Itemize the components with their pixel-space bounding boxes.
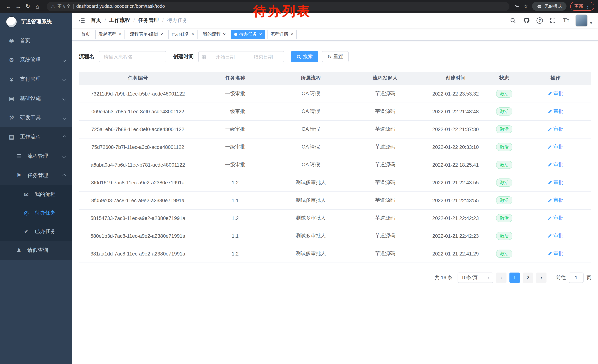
- key-icon[interactable]: [514, 3, 520, 9]
- tab-home[interactable]: 首页: [78, 29, 93, 39]
- bookmark-star-icon[interactable]: ☆: [523, 3, 528, 10]
- sidebar-item-leave-query[interactable]: ♟ 请假查询: [0, 241, 72, 260]
- date-range-picker[interactable]: ▦ -: [198, 51, 284, 62]
- approve-link[interactable]: 审批: [548, 179, 563, 186]
- sidebar-item-home[interactable]: ◉ 首页: [0, 31, 72, 50]
- cell-process: 测试多审批人: [274, 245, 348, 263]
- start-date-input[interactable]: [208, 54, 243, 59]
- menu-label: 请假查询: [27, 247, 48, 254]
- sidebar-item-dev-tools[interactable]: ⚒ 研发工具: [0, 108, 72, 127]
- cell-process: 测试多审批人: [274, 209, 348, 227]
- sidebar-item-infrastructure[interactable]: ▣ 基础设施: [0, 89, 72, 108]
- chevron-up-icon: [62, 174, 66, 177]
- tab-process-form-edit[interactable]: 流程表单-编辑 ×: [126, 29, 166, 39]
- incognito-label: 无痕模式: [544, 3, 562, 9]
- home-button[interactable]: ⌂: [33, 1, 42, 11]
- close-icon[interactable]: ×: [223, 32, 226, 37]
- menu-label: 系统管理: [20, 57, 41, 63]
- page-size-select[interactable]: 10条/页 ▾: [457, 272, 493, 283]
- back-button[interactable]: ←: [4, 1, 13, 11]
- tab-initiate-process[interactable]: 发起流程 ×: [95, 29, 125, 39]
- status-badge: 激活: [496, 178, 512, 187]
- breadcrumb-home[interactable]: 首页: [91, 17, 101, 24]
- sidebar-item-workflow[interactable]: ▤ 工作流程: [0, 127, 72, 147]
- close-icon[interactable]: ×: [191, 32, 194, 37]
- close-icon[interactable]: ×: [160, 32, 163, 37]
- approve-link[interactable]: 审批: [548, 144, 563, 150]
- eye-icon: ◎: [22, 210, 30, 216]
- sidebar-item-done-tasks[interactable]: ✔ 已办任务: [0, 222, 72, 241]
- update-button[interactable]: 更新 ⋮: [570, 2, 594, 11]
- github-icon[interactable]: [523, 17, 530, 24]
- sidebar-item-my-processes[interactable]: ✉ 我的流程: [0, 185, 72, 204]
- table-row: 73211d9d-7b9b-11ec-b5b7-acde48001122 一级审…: [79, 85, 591, 103]
- tab-done-tasks[interactable]: 已办任务 ×: [168, 29, 198, 39]
- sidebar-toggle-icon[interactable]: [78, 17, 85, 24]
- address-bar[interactable]: ⚠ 不安全 dashboard.yudao.iocoder.cn/bpm/tas…: [47, 2, 509, 11]
- top-navbar: 首页 / 工作流程 / 任务管理 / 待办任务 ?: [72, 13, 598, 28]
- forward-button[interactable]: →: [13, 1, 23, 11]
- page-1-button[interactable]: 1: [509, 272, 520, 283]
- close-icon[interactable]: ×: [259, 32, 262, 37]
- sidebar-item-todo-tasks[interactable]: ◎ 待办任务: [0, 204, 72, 222]
- sidebar-item-task-management[interactable]: ⚑ 任务管理: [0, 166, 72, 185]
- chevron-down-icon: [62, 58, 66, 62]
- reset-button[interactable]: ↻ 重置: [322, 51, 349, 62]
- tab-my-processes[interactable]: 我的流程 ×: [200, 29, 229, 39]
- chat-icon: ✉: [22, 191, 30, 198]
- close-icon[interactable]: ×: [291, 32, 293, 37]
- end-date-input[interactable]: [246, 54, 281, 59]
- cell-process: OA 请假: [274, 85, 348, 103]
- approve-link[interactable]: 审批: [548, 90, 563, 97]
- cell-process: 测试多审批人: [274, 227, 348, 245]
- avatar[interactable]: [576, 14, 588, 26]
- goto-page-input[interactable]: [569, 272, 583, 283]
- search-icon[interactable]: [509, 17, 517, 24]
- search-button[interactable]: 搜索: [291, 51, 318, 62]
- user-menu[interactable]: ▾: [576, 14, 592, 26]
- cell-process: OA 请假: [274, 120, 348, 138]
- prev-page-button[interactable]: ‹: [496, 272, 507, 283]
- cell-actions: 审批: [520, 103, 591, 120]
- cell-task-name: 1.2: [197, 174, 274, 191]
- process-name-label: 流程名: [79, 53, 94, 60]
- approve-link[interactable]: 审批: [548, 197, 563, 204]
- tab-process-detail[interactable]: 流程详情 ×: [267, 29, 297, 39]
- approve-link[interactable]: 审批: [548, 250, 563, 257]
- tab-todo-tasks[interactable]: 待办任务 ×: [231, 29, 265, 39]
- approve-link[interactable]: 审批: [548, 233, 563, 239]
- col-task-name: 任务名称: [197, 72, 274, 85]
- breadcrumb-workflow: 工作流程: [109, 17, 130, 24]
- process-name-input[interactable]: [99, 51, 166, 62]
- menu-label: 工作流程: [20, 134, 41, 140]
- sidebar-item-payment-management[interactable]: ¥ 支付管理: [0, 70, 72, 89]
- next-page-button[interactable]: ›: [536, 272, 547, 283]
- sidebar-item-system-management[interactable]: ⚙ 系统管理: [0, 50, 72, 70]
- approve-link[interactable]: 审批: [548, 108, 563, 115]
- cell-process: 测试多审批人: [274, 191, 348, 209]
- reload-button[interactable]: ↻: [23, 1, 33, 11]
- sidebar-item-process-management[interactable]: ☰ 流程管理: [0, 147, 72, 166]
- page-2-button[interactable]: 2: [523, 272, 533, 283]
- approve-link[interactable]: 审批: [548, 126, 563, 133]
- approve-link[interactable]: 审批: [548, 162, 563, 168]
- chevron-down-icon: [62, 154, 66, 158]
- cell-created: 2022-01-22 23:53:32: [422, 85, 489, 103]
- more-icon[interactable]: ⋮: [585, 4, 590, 9]
- cell-status: 激活: [489, 156, 520, 174]
- cell-status: 激活: [489, 174, 520, 191]
- fullscreen-icon[interactable]: [549, 17, 557, 24]
- help-icon[interactable]: ?: [537, 17, 543, 24]
- tab-label: 我的流程: [203, 31, 221, 37]
- not-secure-label[interactable]: 不安全: [58, 3, 71, 9]
- col-process: 所属流程: [274, 72, 348, 85]
- menu-label: 我的流程: [35, 191, 56, 198]
- font-size-icon[interactable]: TT: [563, 17, 569, 24]
- close-icon[interactable]: ×: [119, 32, 121, 37]
- approve-link[interactable]: 审批: [548, 215, 563, 221]
- cell-created: 2022-01-22 20:33:10: [422, 138, 489, 156]
- chrome-actions: ☆ 无痕模式 更新 ⋮: [514, 2, 594, 11]
- menu-label: 流程管理: [27, 153, 48, 160]
- status-badge: 激活: [496, 250, 512, 258]
- cell-created: 2022-01-21 22:42:23: [422, 227, 489, 245]
